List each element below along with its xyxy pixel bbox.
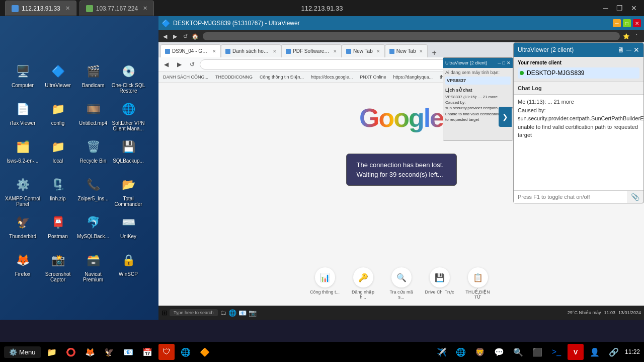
desktop-icon-softether-vpn-client-mana...[interactable]: 🌐SoftEther VPN Client Mana... — [111, 99, 146, 131]
desktop-icon-linh.zip[interactable]: 🗜️linh.zip — [40, 175, 75, 201]
quick-link-2[interactable]: 🔍Tra cứu mã s... — [386, 267, 417, 300]
taskbar-avast-icon[interactable]: 🔶 — [197, 344, 213, 360]
taskbar-folder-icon[interactable]: 📁 — [44, 344, 60, 360]
desktop-icon-bandicam[interactable]: 🎬Bandicam — [75, 61, 111, 88]
refresh-btn[interactable]: ↺ — [187, 59, 198, 70]
taskbar-brave-icon[interactable]: 🦁 — [472, 344, 488, 360]
remote-minimize-btn[interactable]: ─ — [613, 19, 621, 27]
uv-icon-monitor[interactable]: 🖥 — [617, 46, 624, 54]
tab-1-close[interactable]: ✕ — [65, 5, 70, 12]
remote-taskbar-icon-4[interactable]: 📷 — [249, 309, 257, 317]
toolbar-icon-6[interactable]: ⋮ — [632, 32, 641, 41]
desktop-icon-screenshot-captor[interactable]: 📸Screenshot Captor — [40, 250, 75, 282]
uv-chat-input[interactable] — [514, 191, 627, 203]
desktop-icon-navicat-premium[interactable]: 🗃️Navicat Premium — [75, 250, 111, 282]
quick-link-0[interactable]: 📊Công thông t... — [310, 267, 340, 300]
nested-min[interactable]: ─ — [498, 60, 501, 65]
remote-search-bar[interactable]: Type here to search — [170, 309, 218, 316]
desktop-icon-one-click-sql-restore[interactable]: 💿One-Click SQL Restore — [111, 61, 146, 94]
bookmark-5[interactable]: https://dangkyqua... — [392, 74, 435, 80]
taskbar-hma-icon[interactable]: 🛡 — [158, 344, 175, 360]
toolbar-icon-2[interactable]: ▶ — [171, 32, 180, 41]
desktop-icon-winscp[interactable]: 🔒WinSCP — [111, 250, 146, 277]
taskbar-chrome-icon[interactable]: 🌐 — [178, 344, 194, 360]
nested-close[interactable]: ✕ — [507, 60, 511, 65]
taskbar-teams-icon[interactable]: 💬 — [491, 344, 507, 360]
desktop-icon-zoiper5_ins...[interactable]: 📞Zoiper5_Ins... — [75, 175, 111, 201]
inner-tab-close-4[interactable]: ✕ — [419, 49, 423, 54]
taskbar-telegram-icon[interactable]: ✈️ — [434, 344, 450, 360]
taskbar-opera-icon[interactable]: ⭕ — [63, 344, 79, 360]
desktop-icon-sqlbackup...[interactable]: 💾SQLBackup... — [111, 137, 146, 164]
taskbar-finder-icon[interactable]: 🔍 — [510, 344, 526, 360]
taskbar-user-icon[interactable]: 👤 — [587, 344, 603, 360]
toolbar-icon-1[interactable]: ◀ — [160, 32, 170, 41]
bookmark-3[interactable]: https://docs.google... — [309, 74, 354, 80]
taskbar-outlook-icon[interactable]: 📧 — [120, 344, 136, 360]
inner-tab-close-2[interactable]: ✕ — [333, 49, 337, 54]
remote-close-btn[interactable]: ✕ — [633, 19, 641, 27]
remote-taskbar-icon-2[interactable]: 🌐 — [228, 309, 236, 317]
desktop-icon-postman[interactable]: 📮Postman — [40, 212, 75, 239]
toolbar-icon-5[interactable]: ⭐ — [622, 32, 631, 41]
toolbar-icon-3[interactable]: ↺ — [181, 32, 190, 41]
tab-2[interactable]: 103.77.167.224 ✕ — [79, 1, 154, 16]
bookmark-0[interactable]: DANH SÁCH CÔNG... — [162, 74, 210, 80]
taskbar-terminal-icon[interactable]: ⬛ — [529, 344, 545, 360]
toolbar-icon-4[interactable]: 🏠 — [191, 32, 200, 41]
inner-tab-2[interactable]: PDF Software & Tools: To...✕ — [281, 44, 342, 57]
tab-1[interactable]: 112.213.91.33 ✕ — [5, 1, 76, 16]
new-tab-btn[interactable]: + — [428, 48, 440, 57]
inner-tab-0[interactable]: DS9N_04 - Google Tran...✕ — [160, 44, 221, 57]
bookmark-2[interactable]: Công thông tin Điện... — [258, 74, 305, 80]
inner-tab-4[interactable]: New Tab✕ — [385, 44, 428, 57]
uv-minimize-btn[interactable]: ─ — [626, 46, 631, 54]
inner-tab-1[interactable]: Danh sách hoá đơn giải...✕ — [221, 44, 281, 57]
desktop-icon-local[interactable]: 📁local — [40, 137, 75, 164]
desktop-icon-firefox[interactable]: 🦊Firefox — [5, 250, 40, 277]
quick-link-3[interactable]: 💾Drive Chi Trực — [425, 267, 455, 300]
desktop-icon-config[interactable]: 📁config — [40, 99, 75, 126]
inner-tab-3[interactable]: New Tab✕ — [342, 44, 385, 57]
desktop-icon-computer[interactable]: 🖥️Computer — [5, 61, 40, 88]
taskbar-v-icon[interactable]: V — [568, 344, 584, 360]
close-btn[interactable]: ✕ — [629, 4, 639, 12]
forward-btn[interactable]: ▶ — [174, 59, 185, 70]
desktop-icon-recycle-bin[interactable]: 🗑️Recycle Bin — [75, 137, 111, 164]
quick-link-1[interactable]: 🔑Đăng nhập h... — [348, 267, 378, 300]
inner-tab-close-3[interactable]: ✕ — [376, 49, 380, 54]
desktop-icon-mysqlback...[interactable]: 🐬MySQLBack... — [75, 212, 111, 239]
uv-scroll-btn[interactable]: ❯ — [499, 107, 512, 127]
remote-maximize-btn[interactable]: □ — [623, 19, 631, 27]
taskbar-thunderbird-icon[interactable]: 🦅 — [101, 344, 117, 360]
minimize-btn[interactable]: ─ — [601, 4, 610, 12]
start-button[interactable]: ⚙️ Menu — [4, 346, 41, 358]
taskbar-calendar-icon[interactable]: 📅 — [139, 344, 155, 360]
inner-tab-close-1[interactable]: ✕ — [273, 49, 277, 54]
restore-btn[interactable]: ❐ — [614, 4, 625, 12]
inner-tab-close-0[interactable]: ✕ — [212, 49, 216, 54]
tab-2-close[interactable]: ✕ — [143, 5, 147, 12]
bookmark-4[interactable]: PNXT Online — [358, 74, 387, 80]
remote-taskbar-icon-1[interactable]: 🗂 — [220, 309, 226, 317]
bookmark-1[interactable]: THEODDICONNG — [214, 74, 254, 80]
back-btn[interactable]: ◀ — [160, 59, 172, 70]
desktop-icon-xampp-control-panel[interactable]: ⚙️XAMPP Control Panel — [5, 175, 40, 207]
taskbar-chrome2-icon[interactable]: 🌐 — [453, 344, 469, 360]
desktop-icon-itax-viewer[interactable]: 📄iTax Viewer — [5, 99, 40, 126]
nested-max[interactable]: □ — [503, 60, 505, 65]
desktop-icon-ultraviewer[interactable]: 🔷UltraViewer — [40, 61, 75, 88]
desktop-icon-unikey[interactable]: ⌨️UniKey — [111, 212, 146, 239]
desktop-icon-untitled.mp4[interactable]: 🎞️Untitled.mp4 — [75, 99, 111, 126]
remote-taskbar-icon-3[interactable]: 📧 — [238, 309, 247, 317]
remote-start-icon[interactable]: ⊞ — [162, 309, 168, 317]
quick-link-4[interactable]: 📋THUẾ ĐIỆN TỬ — [463, 267, 493, 300]
desktop-icon-thunderbird[interactable]: 🦅Thunderbird — [5, 212, 40, 239]
taskbar-firefox-icon[interactable]: 🦊 — [82, 344, 98, 360]
desktop-icon-total-commander[interactable]: 📂Total Commander — [111, 175, 146, 207]
uv-close-btn[interactable]: ✕ — [633, 46, 639, 54]
taskbar-network-icon[interactable]: 🔗 — [606, 344, 622, 360]
uv-send-btn[interactable]: 📎 — [627, 191, 643, 203]
desktop-icon-lsws-6.2-en-...[interactable]: 🗂️lsws-6.2-en-... — [5, 137, 40, 164]
taskbar-code-icon[interactable]: >_ — [548, 344, 565, 360]
